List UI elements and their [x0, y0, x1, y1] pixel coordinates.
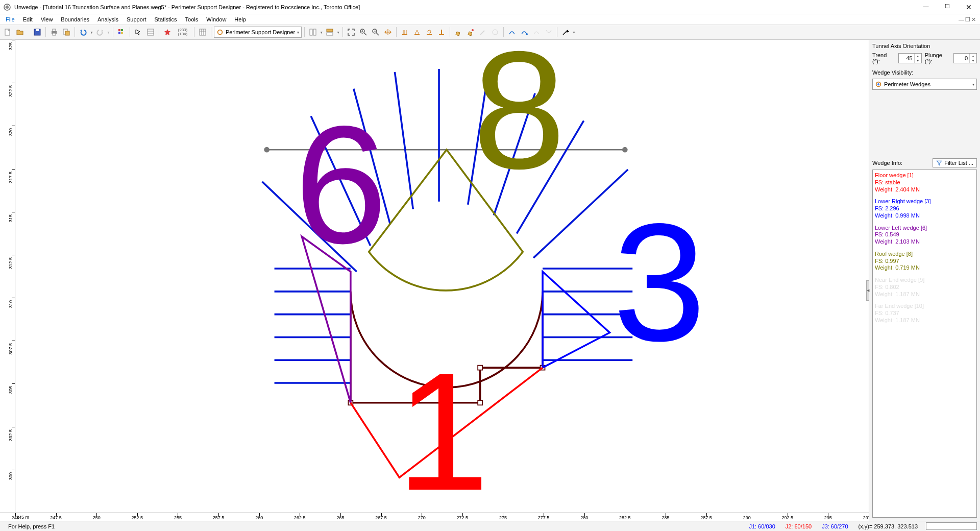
side-panel: ◀ Tunnel Axis Orientation Trend (°): ▲▼ … [869, 40, 980, 521]
svg-line-55 [395, 72, 413, 209]
close-button[interactable]: ✕ [963, 3, 975, 11]
canvas-area[interactable]: 297.5300302.5305307.5310312.5315317.5320… [0, 40, 869, 521]
curve1-button[interactable] [506, 27, 518, 38]
status-j2: J2: 60/150 [780, 523, 817, 529]
bolt1-button[interactable] [399, 27, 410, 38]
curve4-button[interactable] [543, 27, 554, 38]
app-icon [3, 3, 11, 11]
print-button[interactable] [48, 27, 60, 38]
label-wedge-3: 3 [612, 188, 706, 376]
layout1-button[interactable] [307, 27, 318, 38]
bolt4-button[interactable] [436, 27, 447, 38]
plunge-input[interactable] [954, 55, 969, 61]
svg-rect-13 [148, 29, 154, 35]
zoom-extents-button[interactable] [346, 27, 357, 38]
bolt2-button[interactable] [411, 27, 423, 38]
mdi-close[interactable]: ✕ [971, 16, 976, 23]
grid-button[interactable] [116, 27, 127, 38]
save-button[interactable] [32, 27, 43, 38]
zoom-out-button[interactable] [370, 27, 381, 38]
view-mode-label: Perimeter Support Designer [226, 29, 295, 35]
select-button[interactable] [133, 27, 144, 38]
label-wedge-8: 8 [473, 40, 566, 204]
svg-rect-1 [5, 29, 10, 35]
menu-view[interactable]: View [37, 16, 57, 23]
print-preview-button[interactable] [61, 27, 72, 38]
svg-rect-6 [53, 33, 56, 35]
svg-rect-5 [53, 29, 56, 31]
curve2-button[interactable] [519, 27, 530, 38]
open-button[interactable] [14, 27, 26, 38]
new-button[interactable] [2, 27, 13, 38]
arrow-button[interactable] [560, 27, 571, 38]
panel-collapse-grip[interactable]: ◀ [866, 280, 869, 301]
status-help: For Help, press F1 [3, 523, 60, 529]
svg-line-30 [376, 33, 379, 35]
edit3-button[interactable] [477, 27, 488, 38]
status-coords: (x,y)= 259.373, 323.513 [853, 523, 923, 529]
mdi-minimize[interactable]: — [959, 16, 964, 23]
mdi-restore[interactable]: ❐ [965, 16, 970, 23]
zoom-in-button[interactable] [358, 27, 369, 38]
edit2-button[interactable] [465, 27, 476, 38]
svg-rect-21 [310, 29, 312, 35]
table-button[interactable] [197, 27, 208, 38]
view-mode-combo[interactable]: Perimeter Support Designer ▾ [214, 27, 302, 38]
wedgeinfo-heading: Wedge Info: [872, 160, 902, 166]
svg-rect-9 [118, 29, 120, 31]
axis-heading: Tunnel Axis Orientation [872, 43, 977, 49]
menu-support[interactable]: Support [123, 16, 150, 23]
coords-button[interactable]: (?33)(134) [174, 27, 191, 38]
redo-button[interactable] [94, 27, 106, 38]
minimize-button[interactable]: — [920, 3, 932, 11]
properties-button[interactable] [145, 27, 156, 38]
visibility-heading: Wedge Visibility: [872, 69, 977, 76]
titlebar: Unwedge - [Tutorial 16 Truncation Surfac… [0, 0, 980, 14]
svg-point-20 [218, 30, 223, 35]
menu-statistics[interactable]: Statistics [151, 16, 181, 23]
menu-analysis[interactable]: Analysis [94, 16, 122, 23]
menu-boundaries[interactable]: Boundaries [57, 16, 93, 23]
menu-window[interactable]: Window [203, 16, 230, 23]
menubar: File Edit View Boundaries Analysis Suppo… [0, 14, 980, 25]
toolbar: ▼ ▼ (?33)(134) Perimeter Support Designe… [0, 25, 980, 40]
svg-rect-39 [439, 34, 444, 35]
menu-tools[interactable]: Tools [182, 16, 202, 23]
trend-input[interactable] [899, 55, 914, 61]
svg-rect-8 [65, 31, 69, 35]
drawing-canvas[interactable]: 8 3 6 1 [15, 40, 869, 513]
maximize-button[interactable]: ☐ [941, 3, 953, 11]
svg-rect-36 [414, 34, 420, 35]
filter-list-label: Filter List ... [944, 160, 973, 166]
visibility-value: Perimeter Wedges [884, 81, 930, 87]
bolt3-button[interactable] [424, 27, 435, 38]
pan-button[interactable] [382, 27, 394, 38]
ruler-horizontal: 245247.5250252.5255257.5260262.5265267.5… [0, 513, 869, 521]
svg-rect-12 [121, 32, 123, 34]
window-title: Unwedge - [Tutorial 16 Truncation Surfac… [14, 4, 920, 10]
svg-rect-24 [327, 33, 333, 35]
menu-help[interactable]: Help [231, 16, 250, 23]
svg-point-38 [428, 30, 431, 33]
svg-rect-32 [402, 34, 407, 35]
svg-rect-22 [313, 29, 316, 35]
visibility-combo[interactable]: Perimeter Wedges ▾ [872, 79, 977, 90]
trend-spinner[interactable]: ▲▼ [898, 53, 922, 63]
undo-button[interactable] [78, 27, 89, 38]
svg-rect-11 [118, 32, 120, 34]
svg-rect-10 [121, 29, 123, 31]
curve3-button[interactable] [531, 27, 542, 38]
edit1-button[interactable] [453, 27, 464, 38]
edit4-button[interactable] [489, 27, 501, 38]
svg-point-42 [493, 30, 498, 35]
menu-file[interactable]: File [2, 16, 18, 23]
filter-list-button[interactable]: Filter List ... [933, 158, 977, 167]
layout2-button[interactable] [324, 27, 335, 38]
svg-point-51 [622, 147, 628, 153]
plunge-spinner[interactable]: ▲▼ [953, 53, 977, 63]
label-wedge-1: 1 [396, 338, 489, 513]
menu-edit[interactable]: Edit [19, 16, 36, 23]
compute-button[interactable] [162, 27, 173, 38]
wedge-info-list[interactable]: Floor wedge [1]FS: stableWeight: 2.404 M… [872, 170, 977, 518]
status-input[interactable] [926, 522, 977, 530]
